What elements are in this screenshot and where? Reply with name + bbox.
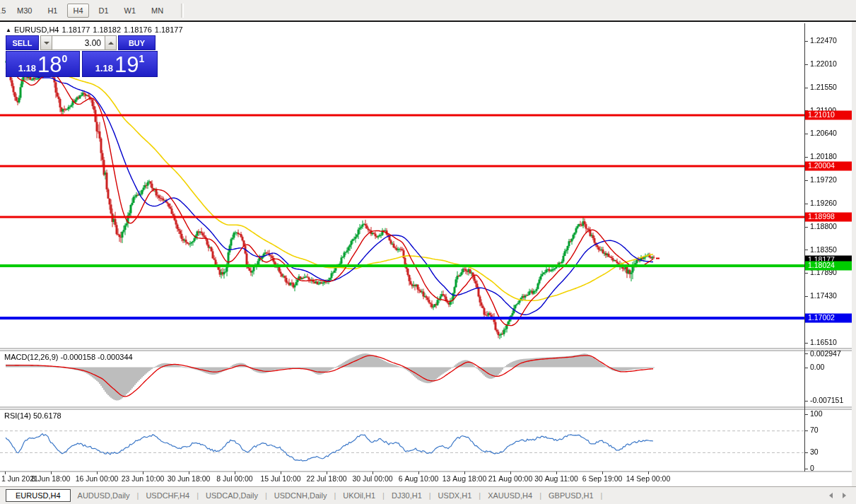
buy-button[interactable]: BUY bbox=[118, 35, 156, 50]
timeframe-buttons: M15M30H1H4D1W1MN bbox=[0, 4, 171, 18]
timeframe-button-h4[interactable]: H4 bbox=[67, 4, 88, 18]
toolbar-separator bbox=[181, 4, 184, 18]
macd-name: MACD(12,26,9) bbox=[4, 353, 58, 361]
chart-symbol-period: EURUSD,H4 bbox=[14, 25, 59, 34]
chart-tab[interactable]: XAUUSD,H4 bbox=[481, 489, 539, 502]
timeframe-toolbar: M15M30H1H4D1W1MN bbox=[0, 0, 856, 21]
timeframe-button-m30[interactable]: M30 bbox=[11, 4, 37, 18]
macd-indicator-label: MACD(12,26,9) -0.000158 -0.000344 bbox=[4, 353, 133, 361]
tab-scroll-arrows bbox=[829, 493, 846, 498]
ohlc-close: 1.18177 bbox=[155, 25, 183, 34]
scroll-right-icon[interactable] bbox=[843, 493, 846, 498]
chevron-down-icon bbox=[44, 42, 49, 45]
sell-price-display[interactable]: 1.18 18 0 bbox=[6, 51, 80, 77]
rsi-name: RSI(14) bbox=[4, 411, 31, 420]
chart-tab[interactable]: USDCAD,Daily bbox=[199, 489, 265, 502]
timeframe-button-h1[interactable]: H1 bbox=[42, 4, 63, 18]
volume-spinner: 3.00 bbox=[40, 35, 117, 50]
window-top-edge bbox=[0, 20, 856, 22]
chart-tabs: EURUSD,H4AUDUSD,Daily|USDCHF,H4|USDCAD,D… bbox=[0, 489, 602, 502]
ohlc-high: 1.18182 bbox=[93, 25, 121, 34]
buy-price-prefix: 1.18 bbox=[95, 63, 113, 76]
rsi-indicator-label: RSI(14) 50.6178 bbox=[4, 411, 61, 420]
macd-values: -0.000158 -0.000344 bbox=[60, 353, 132, 361]
chart-tab[interactable]: AUDUSD,Daily bbox=[71, 489, 137, 502]
chart-tab[interactable]: DJ30,H1 bbox=[385, 489, 429, 502]
timeframe-button-w1[interactable]: W1 bbox=[119, 4, 142, 18]
ohlc-open: 1.18177 bbox=[62, 25, 90, 34]
sell-button[interactable]: SELL bbox=[6, 35, 39, 50]
timeframe-button-mn[interactable]: MN bbox=[146, 4, 169, 18]
sell-price-pipette: 0 bbox=[62, 52, 68, 64]
buy-price-big-digits: 19 bbox=[115, 54, 139, 76]
chart-tab[interactable]: GBPUSD,H1 bbox=[541, 489, 601, 502]
chart-tab[interactable]: EURUSD,H4 bbox=[6, 489, 71, 502]
tab-divider: | bbox=[601, 491, 603, 500]
timeframe-button-d1[interactable]: D1 bbox=[93, 4, 115, 18]
window-right-strip bbox=[852, 22, 856, 486]
one-click-trading-panel: SELL 3.00 BUY 1.18 18 0 1.18 19 1 bbox=[6, 35, 158, 77]
volume-decrease-button[interactable] bbox=[40, 35, 52, 50]
chart-tab[interactable]: USDX,H1 bbox=[431, 489, 479, 502]
chevron-up-icon bbox=[108, 42, 114, 45]
buy-price-display[interactable]: 1.18 19 1 bbox=[82, 51, 158, 77]
scroll-left-icon[interactable] bbox=[829, 493, 833, 498]
sell-price-prefix: 1.18 bbox=[18, 63, 36, 76]
chart-header: ▲EURUSD,H41.181771.181821.181761.18177 bbox=[6, 25, 186, 34]
chart-tab[interactable]: USDCHF,H4 bbox=[139, 489, 197, 502]
chart-tab[interactable]: UKOil,H1 bbox=[336, 489, 382, 502]
volume-input[interactable]: 3.00 bbox=[52, 35, 105, 50]
buy-price-pipette: 1 bbox=[139, 52, 145, 64]
sell-price-big-digits: 18 bbox=[37, 54, 61, 76]
volume-increase-button[interactable] bbox=[105, 35, 117, 50]
chart-tab-bar: EURUSD,H4AUDUSD,Daily|USDCHF,H4|USDCAD,D… bbox=[0, 486, 856, 504]
chart-tab[interactable]: USDCNH,Daily bbox=[267, 489, 334, 502]
timeframe-button-m15[interactable]: M15 bbox=[0, 4, 8, 18]
ohlc-low: 1.18176 bbox=[124, 25, 152, 34]
collapse-triangle-icon[interactable]: ▲ bbox=[6, 27, 11, 33]
rsi-value: 50.6178 bbox=[33, 411, 61, 420]
